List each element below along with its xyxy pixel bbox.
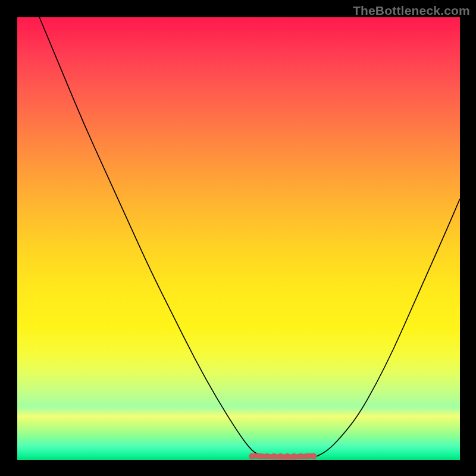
- trough-marker: [298, 454, 303, 459]
- trough-marker: [305, 454, 310, 459]
- trough-marker: [265, 454, 270, 459]
- trough-marker: [249, 454, 255, 459]
- chart-container: TheBottleneck.com: [0, 0, 476, 476]
- trough-marker: [311, 454, 317, 459]
- trough-marker: [284, 454, 290, 459]
- trough-marker: [278, 454, 283, 459]
- trough-marker: [271, 454, 277, 459]
- bottleneck-curve: [17, 17, 460, 460]
- watermark-text: TheBottleneck.com: [353, 4, 470, 18]
- trough-marker: [292, 454, 297, 459]
- trough-marker: [258, 454, 264, 459]
